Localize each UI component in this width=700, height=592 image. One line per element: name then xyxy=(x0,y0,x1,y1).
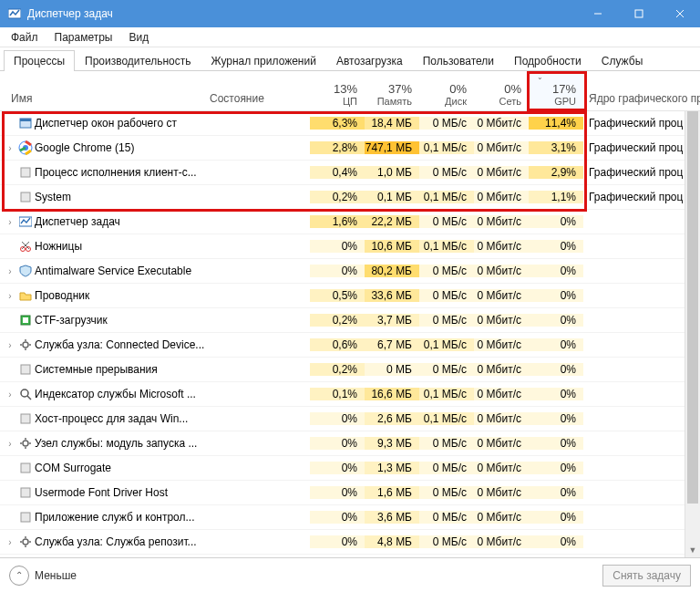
svg-rect-17 xyxy=(23,317,28,323)
table-row[interactable]: ›Проводник0,5%33,6 МБ0 МБ/с0 Мбит/с0% xyxy=(0,284,700,308)
cell-gpu: 0% xyxy=(529,535,583,548)
table-row[interactable]: Системные прерывания0,2%0 МБ0 МБ/с0 Мбит… xyxy=(0,358,700,382)
tab-users[interactable]: Пользователи xyxy=(413,50,504,71)
cell-memory: 33,6 МБ xyxy=(365,289,419,302)
col-network[interactable]: 0%Сеть xyxy=(474,71,529,110)
cell-cpu: 0,4% xyxy=(310,166,365,179)
cell-network: 0 Мбит/с xyxy=(474,191,529,203)
svg-point-24 xyxy=(21,389,28,397)
process-icon xyxy=(16,412,35,425)
cell-disk: 0 МБ/с xyxy=(419,314,474,327)
col-memory[interactable]: 37%Память xyxy=(365,71,419,110)
scrollbar-down-icon[interactable]: ▼ xyxy=(685,542,700,557)
svg-rect-6 xyxy=(20,119,31,121)
table-row[interactable]: Usermode Font Driver Host0%1,6 МБ0 МБ/с0… xyxy=(0,481,700,505)
cell-cpu: 0,5% xyxy=(310,289,365,302)
menu-file[interactable]: Файл xyxy=(4,29,46,46)
cell-network: 0 Мбит/с xyxy=(474,265,529,277)
close-button[interactable] xyxy=(659,0,700,27)
table-row[interactable]: Диспетчер окон рабочего ст6,3%18,4 МБ0 М… xyxy=(0,111,700,136)
sort-desc-icon: ⌄ xyxy=(537,73,543,81)
cell-disk: 0 МБ/с xyxy=(419,166,474,179)
expand-icon[interactable]: › xyxy=(0,537,16,547)
table-row[interactable]: ›Индексатор службы Microsoft ...0,1%16,6… xyxy=(0,382,700,407)
table-row[interactable]: Ножницы0%10,6 МБ0,1 МБ/с0 Мбит/с0% xyxy=(0,234,700,259)
cell-cpu: 0,6% xyxy=(310,338,365,351)
col-cpu[interactable]: 13%ЦП xyxy=(310,71,365,110)
table-row[interactable]: Приложение служб и контрол...0%3,6 МБ0 М… xyxy=(0,505,700,530)
expand-icon[interactable]: › xyxy=(0,217,16,227)
cell-gpu: 0% xyxy=(529,437,583,450)
menu-options[interactable]: Параметры xyxy=(47,29,120,46)
table-row[interactable]: ›Antimalware Service Executable0%80,2 МБ… xyxy=(0,259,700,284)
col-name[interactable]: Имя xyxy=(0,71,210,110)
menu-view[interactable]: Вид xyxy=(121,29,156,46)
cell-network: 0 Мбит/с xyxy=(474,462,529,474)
column-headers: Имя Состояние 13%ЦП 37%Память 0%Диск 0%С… xyxy=(0,71,700,111)
table-row[interactable]: System0,2%0,1 МБ0,1 МБ/с0 Мбит/с1,1%Граф… xyxy=(0,185,700,210)
col-disk[interactable]: 0%Диск xyxy=(419,71,474,110)
table-row[interactable]: ›Google Chrome (15)2,8%747,1 МБ0,1 МБ/с0… xyxy=(0,136,700,161)
cell-disk: 0 МБ/с xyxy=(419,486,474,499)
cell-cpu: 0% xyxy=(310,240,365,253)
fewer-details-button[interactable]: ⌃ Меньше xyxy=(9,566,77,586)
table-row[interactable]: COM Surrogate0%1,3 МБ0 МБ/с0 Мбит/с0% xyxy=(0,456,700,481)
tab-details[interactable]: Подробности xyxy=(504,50,592,71)
maximize-button[interactable] xyxy=(618,0,659,27)
titlebar[interactable]: Диспетчер задач xyxy=(0,0,700,27)
process-icon xyxy=(16,265,35,277)
cell-network: 0 Мбит/с xyxy=(474,215,529,228)
process-name: Служба узла: Служба репозит... xyxy=(35,535,210,548)
cell-memory: 9,3 МБ xyxy=(365,437,419,450)
expand-icon[interactable]: › xyxy=(0,266,16,276)
svg-point-18 xyxy=(23,342,28,348)
svg-rect-34 xyxy=(21,513,30,522)
tab-apphistory[interactable]: Журнал приложений xyxy=(201,50,326,71)
cell-gpu: 0% xyxy=(529,314,583,327)
tab-startup[interactable]: Автозагрузка xyxy=(326,50,413,71)
table-row[interactable]: Процесс исполнения клиент-с...0,4%1,0 МБ… xyxy=(0,161,700,185)
col-gpu-engine[interactable]: Ядро графического пр xyxy=(583,71,700,110)
tab-services[interactable]: Службы xyxy=(592,50,653,71)
table-row[interactable]: ›Узел службы: модуль запуска ...0%9,3 МБ… xyxy=(0,431,700,456)
cell-cpu: 0% xyxy=(310,511,365,524)
expand-icon[interactable]: › xyxy=(0,439,16,449)
expand-icon[interactable]: › xyxy=(0,389,16,400)
table-row[interactable]: Хост-процесс для задач Win...0%2,6 МБ0,1… xyxy=(0,407,700,431)
taskmgr-icon xyxy=(7,6,22,21)
expand-icon[interactable]: › xyxy=(0,143,16,153)
tabstrip: Процессы Производительность Журнал прило… xyxy=(0,47,700,71)
tab-processes[interactable]: Процессы xyxy=(4,50,75,71)
cell-gpu: 0% xyxy=(529,511,583,524)
expand-icon[interactable]: › xyxy=(0,291,16,301)
expand-icon[interactable]: › xyxy=(0,340,16,350)
cell-network: 0 Мбит/с xyxy=(474,486,529,499)
table-row[interactable]: ›Служба узла: Connected Device...0,6%6,7… xyxy=(0,333,700,358)
cell-cpu: 0% xyxy=(310,265,365,277)
cell-network: 0 Мбит/с xyxy=(474,289,529,302)
cell-disk: 0,1 МБ/с xyxy=(419,412,474,425)
col-status[interactable]: Состояние xyxy=(210,71,310,110)
process-icon xyxy=(16,240,35,253)
table-row[interactable]: ›Диспетчер задач1,6%22,2 МБ0 МБ/с0 Мбит/… xyxy=(0,210,700,234)
process-name: Диспетчер задач xyxy=(35,215,210,228)
end-task-button[interactable]: Снять задачу xyxy=(602,565,691,587)
tab-performance[interactable]: Производительность xyxy=(75,50,201,71)
vertical-scrollbar[interactable]: ▼ xyxy=(685,111,700,557)
process-icon xyxy=(16,511,35,524)
cell-gpu: 0% xyxy=(529,215,583,228)
cell-cpu: 1,6% xyxy=(310,215,365,228)
scrollbar-thumb[interactable] xyxy=(687,111,698,504)
table-row[interactable]: CTF-загрузчик0,2%3,7 МБ0 МБ/с0 Мбит/с0% xyxy=(0,308,700,333)
cell-cpu: 0% xyxy=(310,437,365,450)
cell-gpu: 3,1% xyxy=(529,141,583,154)
table-row[interactable]: ›Служба узла: Служба репозит...0%4,8 МБ0… xyxy=(0,530,700,555)
process-icon xyxy=(16,117,35,130)
col-gpu[interactable]: ⌄17%GPU xyxy=(529,71,583,110)
cell-memory: 16,6 МБ xyxy=(365,388,419,400)
process-icon xyxy=(16,486,35,499)
minimize-button[interactable] xyxy=(577,0,618,27)
cell-memory: 0,1 МБ xyxy=(365,191,419,203)
cell-network: 0 Мбит/с xyxy=(474,117,529,130)
process-icon xyxy=(16,289,35,302)
